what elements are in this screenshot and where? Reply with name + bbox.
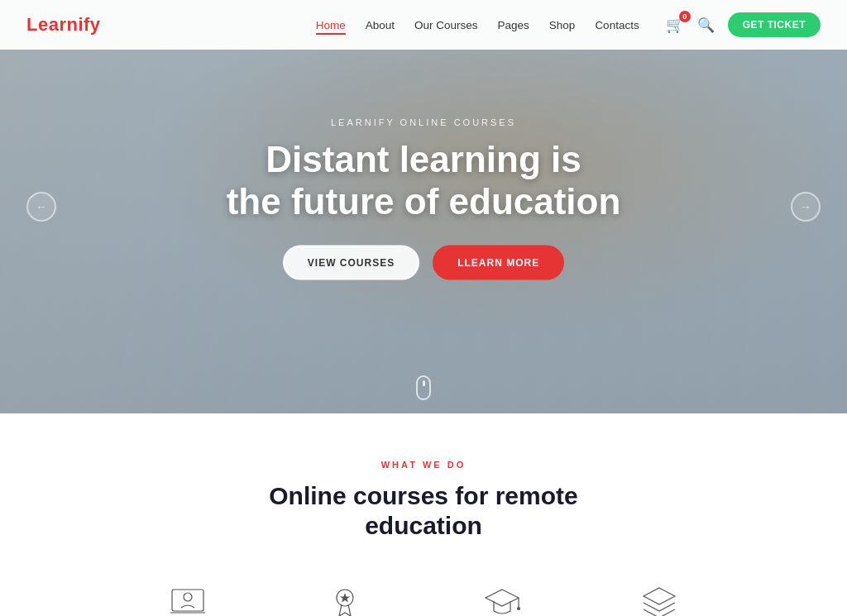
nav-item-pages[interactable]: Pages <box>498 17 529 32</box>
features-title-line2: education <box>365 512 482 539</box>
cart-icon[interactable]: 🛒 0 <box>666 16 684 34</box>
nav-item-courses[interactable]: Our Courses <box>414 17 478 32</box>
feature-online-courses: Online Courses <box>134 577 242 616</box>
features-title-line1: Online courses for remote <box>269 482 577 509</box>
svg-point-7 <box>517 607 520 610</box>
hero-next-arrow[interactable]: → <box>791 192 821 222</box>
right-arrow-icon: → <box>800 200 811 213</box>
logo-text: Learnify <box>26 14 101 35</box>
nav-actions: 🛒 0 🔍 GET TICKET <box>666 12 821 37</box>
hero-title: Distant learning is the future of educat… <box>175 139 672 222</box>
cart-badge: 0 <box>679 11 691 22</box>
view-courses-button[interactable]: VIEW COURSES <box>283 246 419 280</box>
nav-item-contacts[interactable]: Contacts <box>595 17 639 32</box>
nav-item-about[interactable]: About <box>366 17 395 32</box>
nav-item-home[interactable]: Home <box>316 17 346 32</box>
navbar: Learnify Home About Our Courses Pages Sh… <box>0 0 847 50</box>
feature-personal-teacher: Personal Teacher <box>291 577 399 616</box>
powerful-program-icon <box>477 577 527 616</box>
features-grid: Online Courses Personal Teacher <box>26 577 821 616</box>
personal-teacher-icon <box>320 577 370 616</box>
learn-more-button[interactable]: LLEARN MORE <box>433 246 564 280</box>
feature-powerful-program: Powerful Program <box>448 577 556 616</box>
hero-title-line1: Distant learning is <box>266 139 581 179</box>
hero-title-line2: the future of education <box>227 180 621 221</box>
scroll-indicator <box>416 375 431 400</box>
svg-marker-4 <box>340 593 350 603</box>
features-title: Online courses for remote education <box>26 481 821 541</box>
hero-section: ← LEARNIFY ONLINE COURSES Distant learni… <box>0 0 847 413</box>
get-ticket-button[interactable]: GET TICKET <box>728 12 821 37</box>
svg-marker-8 <box>644 588 675 604</box>
site-logo[interactable]: Learnify <box>26 14 101 36</box>
online-courses-icon <box>163 577 213 616</box>
hero-prev-arrow[interactable]: ← <box>26 192 56 222</box>
feature-support: 24/7 Support <box>605 577 713 616</box>
svg-marker-5 <box>486 590 519 606</box>
search-icon[interactable]: 🔍 <box>697 17 715 34</box>
left-arrow-icon: ← <box>36 200 47 213</box>
hero-subtitle: LEARNIFY ONLINE COURSES <box>175 117 672 127</box>
nav-links: Home About Our Courses Pages Shop Contac… <box>316 17 639 32</box>
hero-buttons: VIEW COURSES LLEARN MORE <box>175 246 672 280</box>
features-tag: WHAT WE DO <box>26 460 821 470</box>
svg-point-2 <box>184 593 192 601</box>
nav-item-shop[interactable]: Shop <box>549 17 576 32</box>
hero-content: LEARNIFY ONLINE COURSES Distant learning… <box>175 117 672 280</box>
support-icon <box>634 577 684 616</box>
features-section: WHAT WE DO Online courses for remote edu… <box>0 413 847 616</box>
